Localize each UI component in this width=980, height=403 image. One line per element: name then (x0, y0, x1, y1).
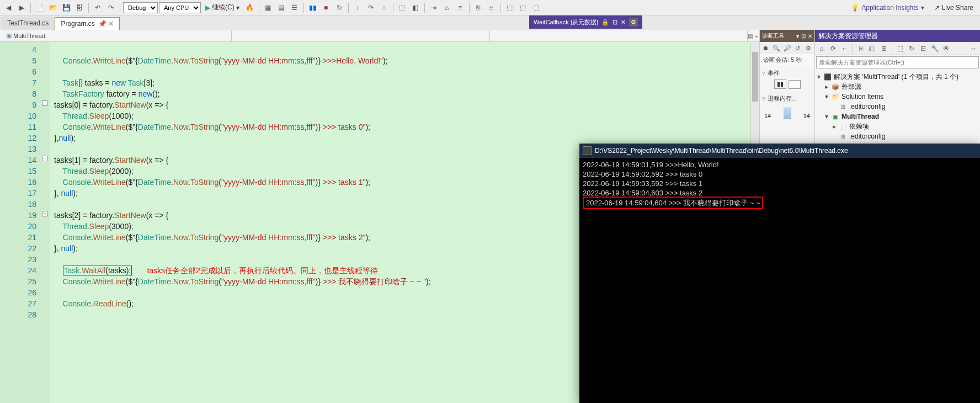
console-titlebar[interactable]: D:\VS2022_Project\Wesky\MultiThread\Mult… (579, 144, 980, 158)
sync-icon[interactable]: ⟳ (828, 43, 839, 54)
lock-icon: 🔒 (601, 19, 609, 26)
crumb-label: MultiThread (13, 33, 45, 39)
switch-view-icon[interactable]: ↔ (968, 43, 979, 54)
pin-icon[interactable]: ⊡ (612, 19, 617, 26)
editor-navbar: ▣MultiThread ▤＋ (0, 30, 759, 42)
live-share-button[interactable]: ↗ Live Share (930, 4, 978, 12)
bp-icon[interactable]: ◧ (409, 2, 422, 14)
undo-icon[interactable]: ↶ (92, 2, 104, 14)
pause-icon[interactable]: ▮▮ (774, 79, 786, 89)
misc-icon-7[interactable]: ⬚ (517, 2, 529, 14)
solution-toolbar: ⌂ ⟳ ← ⎘ ⿴ ⊞ ⬚ ↻ ⊟ 🔧 👁 ↔ (815, 42, 980, 55)
showall-icon[interactable]: ⬚ (894, 43, 906, 54)
tool-icon[interactable]: ⿴ (867, 43, 878, 54)
nav-left-icon[interactable]: ◀ (2, 2, 14, 14)
tab-testthread[interactable]: TestThread.cs (1, 17, 55, 30)
chevron-icon[interactable]: ▾ (824, 113, 829, 120)
continue-label: 继续(C) (212, 3, 235, 12)
misc-icon-2[interactable]: ⌂ (441, 2, 453, 14)
chevron-icon[interactable]: ▾ (824, 93, 829, 100)
diag-toolbar: ⏺ 🔍 🔎 ↺ ⚙ (760, 42, 814, 54)
misc-icon-8[interactable]: ⬚ (530, 2, 542, 14)
misc-icon-5[interactable]: ⎌ (486, 2, 498, 14)
tool-icon-2[interactable]: ▤ (275, 2, 287, 14)
tree-node[interactable]: ▸📦外部源 (816, 82, 979, 92)
gear-icon[interactable]: ⚙ (629, 18, 638, 26)
chevron-down-icon[interactable]: ▾ (796, 33, 799, 39)
crumb-member[interactable] (490, 30, 748, 41)
tree-node[interactable]: 🗎.editorconfig (816, 131, 979, 141)
misc-icon-3[interactable]: ≡ (454, 2, 466, 14)
step-out-icon[interactable]: ↑ (378, 2, 390, 14)
memory-label: 进程内存... (768, 94, 797, 103)
diag-zoom-out-icon[interactable]: 🔎 (782, 43, 792, 53)
new-file-icon[interactable]: 📄 (34, 2, 46, 14)
step-into-icon[interactable]: ↓ (351, 2, 364, 14)
tree-node[interactable]: ▸⬚依赖项 (816, 121, 979, 131)
collapse-icon[interactable]: ⊟ (918, 43, 929, 54)
pin-icon[interactable]: ⊡ (801, 33, 806, 39)
step-over-icon[interactable]: ↷ (365, 2, 377, 14)
console-body: 2022-06-19 14:59:01,519 >>>Hello, World!… (579, 158, 980, 211)
tool-icon[interactable]: ⎘ (855, 43, 866, 54)
redo-icon[interactable]: ↷ (105, 2, 117, 14)
diag-settings-icon[interactable]: ⚙ (804, 43, 813, 53)
chevron-down-icon[interactable]: ▾ (816, 73, 822, 81)
console-title: D:\VS2022_Project\Wesky\MultiThread\Mult… (595, 147, 848, 155)
tree-root[interactable]: ▾ ⬛ 解决方案 'MultiThread' (1 个项目，共 1 个) (816, 72, 979, 82)
tab-label: Program.cs (61, 20, 94, 28)
chevron-down-icon[interactable]: ▿ (762, 70, 765, 77)
waitcallback-tab[interactable]: WaitCallback [从元数据] 🔒 ⊡ ✕ ⚙ (529, 15, 642, 29)
tree-label: 解决方案 'MultiThread' (1 个项目，共 1 个) (834, 72, 958, 82)
wcb-label: WaitCallback [从元数据] (534, 18, 598, 26)
chevron-down-icon[interactable]: ▿ (762, 95, 765, 102)
chevron-icon[interactable]: ▸ (832, 123, 837, 130)
nav-right-icon[interactable]: ▶ (15, 2, 28, 14)
tree-label: MultiThread (841, 113, 879, 120)
open-icon[interactable]: 📂 (47, 2, 59, 14)
app-insights-button[interactable]: 💡 Application Insights ▾ (848, 4, 927, 12)
crumb-project[interactable]: ▣MultiThread (0, 30, 232, 41)
platform-select[interactable]: Any CPU (159, 2, 201, 13)
tool-icon-1[interactable]: ▦ (262, 2, 274, 14)
chevron-icon[interactable]: ▸ (824, 83, 829, 91)
diag-reset-icon[interactable]: ↺ (793, 43, 802, 53)
tree-node[interactable]: 🗎.editorconfig (816, 102, 979, 112)
back-icon[interactable]: ← (839, 43, 850, 54)
config-select[interactable]: Debug (123, 2, 158, 13)
pick-icon[interactable]: ⬚ (396, 2, 408, 14)
tree-node[interactable]: ▾📁Solution Items (816, 92, 979, 102)
dep-icon: ⬚ (839, 123, 847, 130)
close-icon[interactable]: 📌 ✕ (98, 20, 114, 28)
diag-record-icon[interactable]: ⏺ (761, 43, 770, 53)
plus-icon[interactable]: ＋ (754, 33, 759, 40)
hot-reload-icon[interactable]: 🔥 (244, 2, 256, 14)
split-icon[interactable]: ▤ (748, 33, 753, 39)
tool-icon[interactable]: ⊞ (878, 43, 890, 54)
tree-node[interactable]: ▾▣MultiThread (816, 112, 979, 121)
save-all-icon[interactable]: 🗄 (73, 2, 86, 14)
diag-title: 诊断工具 ▾ ⊡ ✕ (760, 30, 814, 42)
tab-program[interactable]: Program.cs📌 ✕ (55, 17, 120, 30)
restart-icon[interactable]: ↻ (333, 2, 345, 14)
save-icon[interactable]: 💾 (60, 2, 72, 14)
home-icon[interactable]: ⌂ (816, 43, 827, 54)
refresh-icon[interactable]: ↻ (906, 43, 917, 54)
console-icon (583, 146, 592, 155)
stop-icon[interactable]: ■ (320, 2, 332, 14)
app-insights-label: Application Insights (861, 4, 918, 12)
mem-lo: 14 (764, 113, 771, 119)
solution-search[interactable] (816, 56, 979, 68)
misc-icon-4[interactable]: ⎘ (472, 2, 484, 14)
misc-icon-1[interactable]: ⇥ (428, 2, 440, 14)
misc-icon-6[interactable]: ⬚ (504, 2, 516, 14)
tool-icon-3[interactable]: ☰ (289, 2, 301, 14)
view-icon[interactable]: 👁 (941, 43, 952, 54)
properties-icon[interactable]: 🔧 (929, 43, 940, 54)
continue-button[interactable]: ▶继续(C)▾ (202, 2, 243, 14)
crumb-namespace[interactable] (232, 30, 490, 41)
close-icon[interactable]: ✕ (621, 19, 626, 26)
close-icon[interactable]: ✕ (808, 33, 812, 39)
diag-zoom-in-icon[interactable]: 🔍 (771, 43, 781, 53)
pause-icon[interactable]: ▮▮ (307, 2, 319, 14)
